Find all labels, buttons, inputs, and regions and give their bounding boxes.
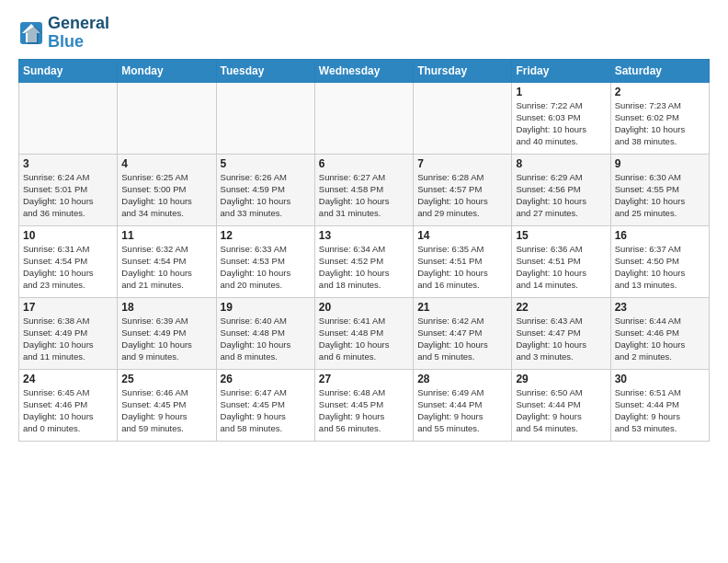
day-number: 5 [221,157,311,170]
calendar-cell: 6Sunrise: 6:27 AM Sunset: 4:58 PM Daylig… [314,154,413,225]
weekday-header: Saturday [610,59,709,82]
calendar-cell: 29Sunrise: 6:50 AM Sunset: 4:44 PM Dayli… [512,369,610,441]
day-info: Sunrise: 6:31 AM Sunset: 4:54 PM Dayligh… [23,243,113,292]
page: General Blue SundayMondayTuesdayWednesda… [0,0,728,451]
day-info: Sunrise: 6:35 AM Sunset: 4:51 PM Dayligh… [417,243,507,292]
calendar-cell [19,82,118,154]
calendar-cell: 20Sunrise: 6:41 AM Sunset: 4:48 PM Dayli… [314,297,413,369]
day-info: Sunrise: 6:24 AM Sunset: 5:01 PM Dayligh… [23,171,113,220]
calendar-cell: 8Sunrise: 6:29 AM Sunset: 4:56 PM Daylig… [512,154,610,225]
day-number: 13 [319,229,409,242]
day-info: Sunrise: 6:30 AM Sunset: 4:55 PM Dayligh… [615,171,705,220]
day-number: 15 [516,229,606,242]
calendar-cell: 22Sunrise: 6:43 AM Sunset: 4:47 PM Dayli… [512,297,610,369]
calendar-cell: 11Sunrise: 6:32 AM Sunset: 4:54 PM Dayli… [118,225,216,297]
day-info: Sunrise: 6:28 AM Sunset: 4:57 PM Dayligh… [417,171,507,220]
day-info: Sunrise: 6:36 AM Sunset: 4:51 PM Dayligh… [516,243,606,292]
calendar-header: SundayMondayTuesdayWednesdayThursdayFrid… [19,59,710,82]
day-info: Sunrise: 6:42 AM Sunset: 4:47 PM Dayligh… [417,315,507,363]
weekday-header: Monday [118,59,216,82]
weekday-header: Tuesday [216,59,314,82]
logo: General Blue [18,15,109,52]
day-info: Sunrise: 7:22 AM Sunset: 6:03 PM Dayligh… [516,99,606,148]
logo-text: General Blue [48,15,109,52]
day-info: Sunrise: 6:33 AM Sunset: 4:53 PM Dayligh… [221,243,311,292]
day-number: 30 [615,373,705,385]
calendar-week-row: 10Sunrise: 6:31 AM Sunset: 4:54 PM Dayli… [19,225,710,297]
day-number: 12 [221,229,311,242]
calendar-cell [414,82,512,154]
day-number: 1 [516,86,606,98]
day-number: 17 [23,301,113,314]
calendar-cell: 28Sunrise: 6:49 AM Sunset: 4:44 PM Dayli… [414,369,512,441]
calendar-cell: 18Sunrise: 6:39 AM Sunset: 4:49 PM Dayli… [118,297,216,369]
logo-icon [18,20,44,46]
day-number: 23 [615,301,705,314]
weekday-header: Wednesday [314,59,413,82]
calendar-cell: 13Sunrise: 6:34 AM Sunset: 4:52 PM Dayli… [314,225,413,297]
day-number: 25 [121,373,211,385]
calendar-cell: 5Sunrise: 6:26 AM Sunset: 4:59 PM Daylig… [216,154,314,225]
day-number: 29 [516,373,606,385]
weekday-header: Sunday [19,59,118,82]
day-number: 21 [417,301,507,314]
calendar-cell: 4Sunrise: 6:25 AM Sunset: 5:00 PM Daylig… [118,154,216,225]
header-row: SundayMondayTuesdayWednesdayThursdayFrid… [19,59,710,82]
calendar-cell: 26Sunrise: 6:47 AM Sunset: 4:45 PM Dayli… [216,369,314,441]
calendar-week-row: 3Sunrise: 6:24 AM Sunset: 5:01 PM Daylig… [19,154,710,225]
day-info: Sunrise: 6:43 AM Sunset: 4:47 PM Dayligh… [516,315,606,363]
day-info: Sunrise: 6:40 AM Sunset: 4:48 PM Dayligh… [221,315,311,363]
day-number: 20 [319,301,409,314]
calendar-cell: 7Sunrise: 6:28 AM Sunset: 4:57 PM Daylig… [414,154,512,225]
day-info: Sunrise: 6:45 AM Sunset: 4:46 PM Dayligh… [23,386,113,435]
day-number: 28 [417,373,507,385]
calendar-cell: 21Sunrise: 6:42 AM Sunset: 4:47 PM Dayli… [414,297,512,369]
calendar-week-row: 17Sunrise: 6:38 AM Sunset: 4:49 PM Dayli… [19,297,710,369]
day-info: Sunrise: 6:51 AM Sunset: 4:44 PM Dayligh… [615,386,705,435]
day-number: 6 [319,157,409,170]
day-info: Sunrise: 6:25 AM Sunset: 5:00 PM Dayligh… [121,171,211,220]
calendar-cell: 1Sunrise: 7:22 AM Sunset: 6:03 PM Daylig… [512,82,610,154]
day-number: 10 [23,229,113,242]
day-info: Sunrise: 7:23 AM Sunset: 6:02 PM Dayligh… [615,99,705,148]
day-number: 7 [417,157,507,170]
header: General Blue [18,15,710,52]
calendar-table: SundayMondayTuesdayWednesdayThursdayFrid… [18,59,710,442]
day-info: Sunrise: 6:49 AM Sunset: 4:44 PM Dayligh… [417,386,507,435]
calendar-cell [118,82,216,154]
day-number: 26 [221,373,311,385]
day-number: 11 [121,229,211,242]
day-number: 2 [615,86,705,98]
calendar-cell: 23Sunrise: 6:44 AM Sunset: 4:46 PM Dayli… [610,297,709,369]
calendar-cell: 3Sunrise: 6:24 AM Sunset: 5:01 PM Daylig… [19,154,118,225]
calendar-cell [314,82,413,154]
calendar-cell: 14Sunrise: 6:35 AM Sunset: 4:51 PM Dayli… [414,225,512,297]
day-info: Sunrise: 6:38 AM Sunset: 4:49 PM Dayligh… [23,315,113,363]
day-number: 14 [417,229,507,242]
calendar-cell: 10Sunrise: 6:31 AM Sunset: 4:54 PM Dayli… [19,225,118,297]
day-info: Sunrise: 6:39 AM Sunset: 4:49 PM Dayligh… [121,315,211,363]
calendar-cell: 25Sunrise: 6:46 AM Sunset: 4:45 PM Dayli… [118,369,216,441]
day-number: 18 [121,301,211,314]
weekday-header: Friday [512,59,610,82]
day-info: Sunrise: 6:48 AM Sunset: 4:45 PM Dayligh… [319,386,409,435]
calendar-cell: 16Sunrise: 6:37 AM Sunset: 4:50 PM Dayli… [610,225,709,297]
calendar-cell: 24Sunrise: 6:45 AM Sunset: 4:46 PM Dayli… [19,369,118,441]
day-info: Sunrise: 6:34 AM Sunset: 4:52 PM Dayligh… [319,243,409,292]
calendar-cell: 15Sunrise: 6:36 AM Sunset: 4:51 PM Dayli… [512,225,610,297]
calendar-week-row: 1Sunrise: 7:22 AM Sunset: 6:03 PM Daylig… [19,82,710,154]
calendar-cell: 9Sunrise: 6:30 AM Sunset: 4:55 PM Daylig… [610,154,709,225]
day-info: Sunrise: 6:26 AM Sunset: 4:59 PM Dayligh… [221,171,311,220]
day-number: 8 [516,157,606,170]
day-number: 22 [516,301,606,314]
day-number: 4 [121,157,211,170]
day-info: Sunrise: 6:50 AM Sunset: 4:44 PM Dayligh… [516,386,606,435]
day-info: Sunrise: 6:37 AM Sunset: 4:50 PM Dayligh… [615,243,705,292]
calendar-cell [216,82,314,154]
weekday-header: Thursday [414,59,512,82]
calendar-body: 1Sunrise: 7:22 AM Sunset: 6:03 PM Daylig… [19,82,710,441]
calendar-week-row: 24Sunrise: 6:45 AM Sunset: 4:46 PM Dayli… [19,369,710,441]
day-number: 24 [23,373,113,385]
calendar-cell: 2Sunrise: 7:23 AM Sunset: 6:02 PM Daylig… [610,82,709,154]
day-info: Sunrise: 6:41 AM Sunset: 4:48 PM Dayligh… [319,315,409,363]
